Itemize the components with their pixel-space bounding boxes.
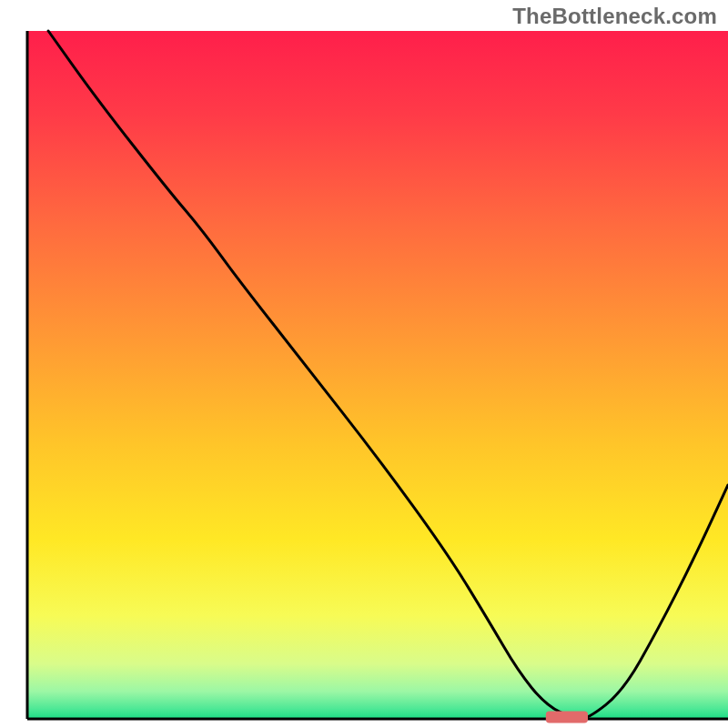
bottleneck-chart xyxy=(0,0,728,728)
chart-frame: TheBottleneck.com xyxy=(0,0,728,728)
plot-background xyxy=(27,31,728,719)
optimal-range-marker xyxy=(546,712,588,723)
